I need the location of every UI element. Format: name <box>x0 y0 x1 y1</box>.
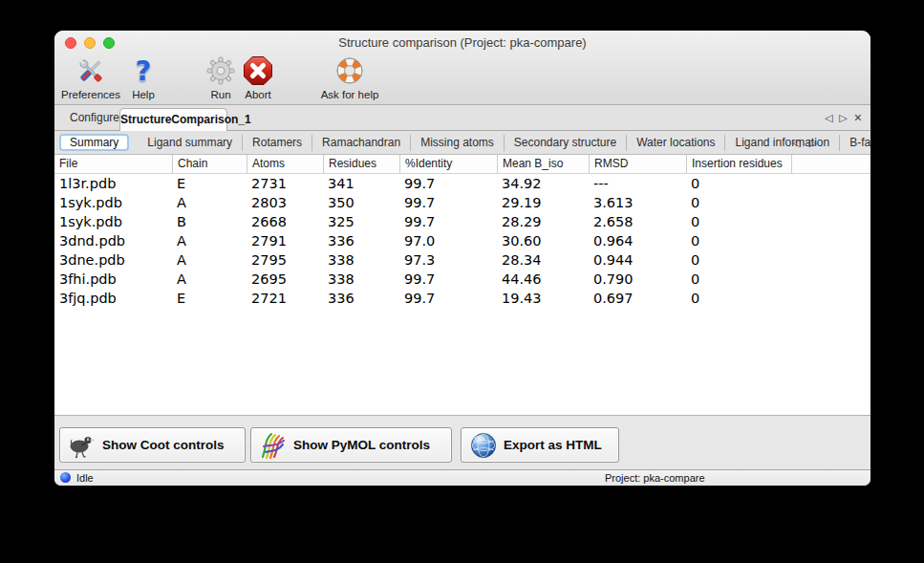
cell-residues: 325 <box>323 212 399 231</box>
col-file[interactable]: File <box>54 155 172 173</box>
tools-icon <box>75 54 106 88</box>
table-row[interactable]: 3dnd.pdb A 2791 336 97.0 30.60 0.964 0 <box>54 231 870 250</box>
run-button[interactable]: Run <box>202 54 240 100</box>
col-rmsd[interactable]: RMSD <box>589 155 686 173</box>
globe-icon <box>469 431 498 460</box>
stop-icon <box>243 54 273 88</box>
cell-file: 1l3r.pdb <box>54 174 172 193</box>
subtab-ligand-information[interactable]: Ligand information <box>725 135 840 151</box>
cell-insertion-residues: 0 <box>686 212 791 231</box>
tab-configure[interactable]: Configure <box>70 105 119 130</box>
tab-structurecomparison-1[interactable]: StructureComparison_1 <box>119 108 227 131</box>
cell-residues: 336 <box>323 231 399 250</box>
table-row[interactable]: 3fhi.pdb A 2695 338 99.7 44.46 0.790 0 <box>54 270 870 289</box>
subtab-prev-icon[interactable]: ◁ <box>792 137 800 149</box>
cell-insertion-residues: 0 <box>686 193 791 212</box>
cell-file: 3fhi.pdb <box>54 270 172 289</box>
abort-label: Abort <box>245 89 271 100</box>
cell-atoms: 2803 <box>247 193 323 212</box>
cell-insertion-residues: 0 <box>686 250 791 270</box>
app-window: Structure comparison (Project: pka-compa… <box>54 31 870 486</box>
cell-identity: 97.3 <box>399 250 497 270</box>
table-row[interactable]: 3fjq.pdb E 2721 336 99.7 19.43 0.697 0 <box>54 289 870 308</box>
cell-mean-b-iso: 30.60 <box>497 231 589 250</box>
status-text: Idle <box>76 471 94 485</box>
cell-file: 1syk.pdb <box>54 193 172 212</box>
preferences-button[interactable]: Preferences <box>58 54 123 100</box>
cell-mean-b-iso: 28.29 <box>497 212 589 231</box>
subtab-water-locations[interactable]: Water locations <box>627 135 725 151</box>
tab-next-icon[interactable]: ▷ <box>839 112 847 124</box>
cell-chain: A <box>172 250 247 270</box>
summary-table: File Chain Atoms Residues %Identity Mean… <box>54 155 870 416</box>
cell-identity: 99.7 <box>399 174 497 193</box>
col-mean-b-iso[interactable]: Mean B_iso <box>497 155 589 173</box>
pymol-ribbon-icon <box>259 431 288 460</box>
cell-chain: A <box>172 193 247 212</box>
show-coot-controls-label: Show Coot controls <box>102 438 225 452</box>
cell-chain: A <box>172 231 247 250</box>
cell-atoms: 2721 <box>247 289 323 308</box>
col-chain[interactable]: Chain <box>172 155 247 173</box>
subtab-secondary-structure[interactable]: Secondary structure <box>505 135 627 151</box>
tab-prev-icon[interactable]: ◁ <box>825 112 832 124</box>
cell-rmsd: 3.613 <box>589 193 686 212</box>
export-as-html-label: Export as HTML <box>504 438 602 452</box>
cell-atoms: 2731 <box>247 174 323 193</box>
cell-atoms: 2695 <box>247 270 323 289</box>
show-pymol-controls-label: Show PyMOL controls <box>293 438 430 452</box>
ask-for-help-label: Ask for help <box>321 89 379 100</box>
cell-rmsd: 0.697 <box>589 289 686 308</box>
col-atoms[interactable]: Atoms <box>247 155 323 173</box>
cell-mean-b-iso: 44.46 <box>497 270 589 289</box>
cell-chain: E <box>172 174 247 193</box>
tab-close-icon[interactable]: × <box>854 111 862 124</box>
table-row[interactable]: 3dne.pdb A 2795 338 97.3 28.34 0.944 0 <box>54 250 870 270</box>
abort-button[interactable]: Abort <box>239 54 277 100</box>
export-as-html-button[interactable]: Export as HTML <box>461 427 619 463</box>
project-label: Project: pka-compare <box>605 471 705 485</box>
help-button[interactable]: ? Help <box>124 54 162 100</box>
show-pymol-controls-button[interactable]: Show PyMOL controls <box>250 427 452 463</box>
col-insertion-residues[interactable]: Insertion residues <box>686 155 791 173</box>
page-tabbar: Configure StructureComparison_1 ◁ ▷ × <box>54 105 870 131</box>
cell-atoms: 2795 <box>247 250 323 270</box>
subtab-ligand-summary[interactable]: Ligand summary <box>138 135 243 151</box>
col-filler <box>791 155 870 173</box>
subtab-missing-atoms[interactable]: Missing atoms <box>411 135 505 151</box>
col-identity[interactable]: %Identity <box>399 155 497 173</box>
cell-file: 3dnd.pdb <box>54 231 172 250</box>
cell-rmsd: 2.658 <box>589 212 686 231</box>
table-row[interactable]: 1syk.pdb B 2668 325 99.7 28.29 2.658 0 <box>54 212 870 231</box>
table-row[interactable]: 1syk.pdb A 2803 350 99.7 29.19 3.613 0 <box>54 193 870 212</box>
table-header-row: File Chain Atoms Residues %Identity Mean… <box>54 155 870 174</box>
show-coot-controls-button[interactable]: Show Coot controls <box>59 427 246 463</box>
col-residues[interactable]: Residues <box>323 155 399 173</box>
cell-mean-b-iso: 19.43 <box>497 289 589 308</box>
cell-insertion-residues: 0 <box>686 174 791 193</box>
help-icon: ? <box>136 54 152 88</box>
cell-chain: E <box>172 289 247 308</box>
cell-identity: 99.7 <box>399 193 497 212</box>
subtab-b-factors[interactable]: B-factors <box>840 135 870 151</box>
cell-file: 1syk.pdb <box>54 212 172 231</box>
titlebar-toolbar: Structure comparison (Project: pka-compa… <box>54 31 870 105</box>
subtab-next-icon[interactable]: ▷ <box>809 137 817 149</box>
cell-rmsd: 0.944 <box>589 250 686 270</box>
coot-bird-icon <box>68 431 97 460</box>
cell-mean-b-iso: 28.34 <box>497 250 589 270</box>
cell-residues: 338 <box>323 250 399 270</box>
status-sphere-icon <box>60 472 71 483</box>
cell-identity: 99.7 <box>399 289 497 308</box>
cell-atoms: 2791 <box>247 231 323 250</box>
ask-for-help-button[interactable]: Ask for help <box>317 54 382 100</box>
subtab-ramachandran[interactable]: Ramachandran <box>312 135 411 151</box>
status-bar: Idle Project: pka-compare <box>54 469 870 486</box>
table-row[interactable]: 1l3r.pdb E 2731 341 99.7 34.92 --- 0 <box>54 174 870 193</box>
lifebuoy-icon <box>335 54 364 88</box>
cell-rmsd: 0.964 <box>589 231 686 250</box>
subtab-summary[interactable]: Summary <box>59 134 129 151</box>
subtab-rotamers[interactable]: Rotamers <box>243 135 312 151</box>
cell-insertion-residues: 0 <box>686 270 791 289</box>
cell-residues: 338 <box>323 270 399 289</box>
